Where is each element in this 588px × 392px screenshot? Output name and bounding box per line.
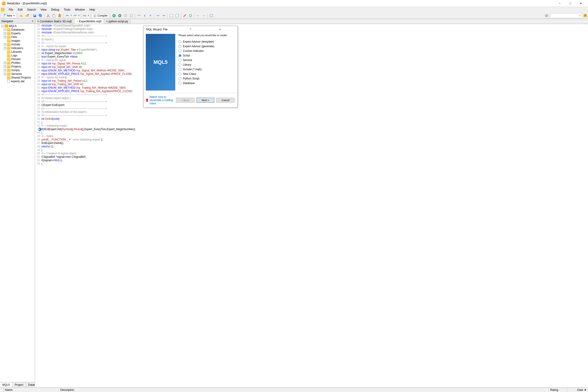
wizard-radio-option[interactable]: Service [178,58,235,62]
nav-back-icon[interactable]: ← [195,13,201,18]
nav-node[interactable]: +Files [0,35,34,39]
cut-icon[interactable] [45,13,51,18]
radio-input[interactable] [178,77,182,80]
open-icon[interactable] [19,13,24,18]
nav-node[interactable]: Libraries [0,50,34,54]
copy-icon[interactable] [51,13,57,18]
step-over-icon[interactable] [136,13,142,18]
settings-icon[interactable] [544,13,549,18]
wizard-radio-option[interactable]: Expert Advisor (generate) [178,44,235,48]
step-into-icon[interactable] [142,13,148,18]
save-icon[interactable] [32,13,38,18]
col-date[interactable]: Date ▼ [567,388,588,392]
close-button[interactable]: ✕ [576,0,586,7]
radio-input[interactable] [178,40,182,43]
expand-icon[interactable]: + [4,66,6,68]
bp-next-icon[interactable] [161,13,166,18]
nav-node[interactable]: Images [0,39,34,42]
nav-node[interactable]: Shared Projects [0,76,34,80]
nav-node[interactable]: Presets [0,57,34,61]
navigator-close-icon[interactable]: × [32,20,34,23]
nav-node[interactable]: Logs [0,54,34,57]
undo-icon[interactable] [64,13,70,18]
nav-root[interactable]: − MQL5 [0,24,34,28]
wizard-close-button[interactable]: ✕ [205,28,235,31]
wizard-radio-option[interactable]: New Class [178,72,235,76]
expand-icon[interactable]: + [4,47,6,50]
nav-node[interactable]: experts.dat [0,80,34,83]
editor-tab[interactable]: Correlation Matrix 3D.mq5 [35,19,74,24]
toolbox-table[interactable]: Name Description Rating Date ▼ RSI with … [4,388,588,392]
nav-node[interactable]: +Indicators [0,46,34,50]
nav-node[interactable]: +Services [0,72,34,76]
radio-input[interactable] [178,50,182,52]
expand-icon[interactable]: + [4,69,6,72]
radio-input[interactable] [178,59,182,62]
expand-icon[interactable]: + [4,32,6,35]
col-rating[interactable]: Rating [549,388,567,392]
wizard-radio-option[interactable]: Script [178,53,235,58]
minimize-button[interactable]: – [554,0,565,7]
wizard-cancel-button[interactable]: Cancel [216,98,235,103]
menu-search[interactable]: Search [25,7,38,12]
navigator-tree[interactable]: − MQL5 +Databases+Experts+FilesImages+In… [0,24,35,382]
redo-icon[interactable] [72,13,78,18]
notification-badge[interactable]: 5 [584,14,587,17]
var-icon[interactable]: var [82,13,88,18]
profile-icon[interactable] [168,13,174,18]
nav-node[interactable]: +Scripts [0,68,34,72]
nav-node[interactable]: +Experts [0,32,34,35]
wizard-radio-option[interactable]: Expert Advisor (template) [178,40,235,44]
bp-toggle-icon[interactable] [155,13,161,18]
profile2-icon[interactable] [174,13,180,18]
new-button[interactable]: New ▼ [1,13,16,18]
debug-pause-icon[interactable] [123,13,128,18]
menu-edit[interactable]: Edit [16,7,25,12]
menu-view[interactable]: View [38,7,49,12]
terminal-icon[interactable] [209,13,214,18]
radio-input[interactable] [178,68,182,71]
nav-node[interactable]: +Databases [0,28,34,32]
expand-icon[interactable]: + [4,28,6,31]
wizard-help-button[interactable]: ? [176,28,205,31]
col-name[interactable]: Name [4,388,59,392]
menu-help[interactable]: Help [87,7,98,12]
radio-input[interactable] [178,72,182,76]
expand-icon[interactable]: + [4,62,6,64]
open-project-icon[interactable] [24,13,30,18]
nav-forward-icon[interactable]: → [201,13,206,18]
debug-stop-icon[interactable] [128,13,134,18]
col-description[interactable]: Description [59,388,549,392]
expand-icon[interactable]: − [2,25,4,28]
compile-button[interactable]: Compile [92,13,109,18]
nav-node[interactable]: +Projects [0,65,34,68]
code-editor[interactable]: 13#include <Expert\Signal\SignalMA.mqh> … [35,24,588,388]
menu-file[interactable]: File [6,7,16,12]
editor-tab[interactable]: ExpertMAMA.mq5 [74,19,104,24]
menu-debug[interactable]: Debug [49,7,62,12]
nav-node[interactable]: +Profiles [0,61,34,65]
editor-tab[interactable]: python-script.py [104,19,130,24]
wizard-link[interactable]: Watch how to assemble a trading robot [146,95,174,105]
expand-icon[interactable]: + [4,36,6,38]
menu-window[interactable]: Window [72,7,87,12]
radio-input[interactable] [178,63,182,66]
styler-icon[interactable] [182,13,188,18]
wizard-next-button[interactable]: Next > [196,98,214,103]
radio-input[interactable] [178,45,182,48]
debug-start-icon[interactable] [111,13,117,18]
search-input[interactable] [552,14,579,17]
wizard-back-button[interactable]: < Back [176,98,194,103]
nav-tab-project[interactable]: Project [12,382,26,388]
maximize-button[interactable]: □ [565,0,576,7]
wizard-radio-option[interactable]: Include (*.mqh) [178,67,235,72]
toolbox-vertical-label[interactable]: Toolbox [0,388,4,392]
paste-icon[interactable] [57,13,62,18]
wizard-radio-option[interactable]: Library [178,62,235,67]
wizard-radio-option[interactable]: Python Script [178,76,235,81]
search-box[interactable] [550,13,582,18]
step-out-icon[interactable] [148,13,153,18]
refresh-icon[interactable] [188,13,193,18]
radio-input[interactable] [178,82,182,85]
nav-node[interactable]: +Include [0,42,34,46]
